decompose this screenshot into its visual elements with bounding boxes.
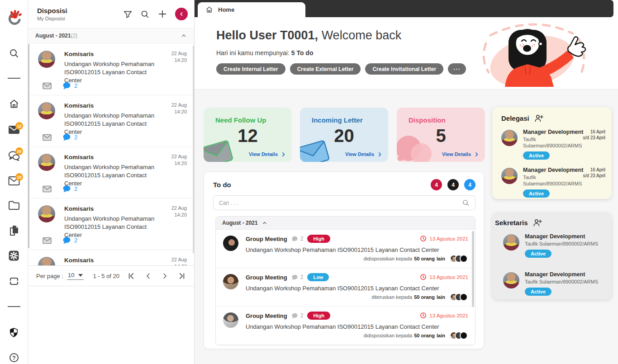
todo-group-label: August - 2021 (222, 220, 258, 226)
collapse-panel-button[interactable] (175, 8, 188, 20)
item-datetime: 22 Aug14:20 (171, 102, 187, 115)
avatar (501, 130, 518, 146)
rail-scan-icon[interactable] (0, 276, 28, 287)
last-page-button[interactable] (178, 272, 186, 280)
rail-search-icon[interactable] (0, 48, 28, 59)
first-page-button[interactable] (127, 272, 135, 280)
disposisi-list-item[interactable]: Komisaris 22 Aug14:20 (28, 250, 194, 265)
search-icon[interactable] (462, 199, 470, 207)
inbox-count-badge: 10 (15, 173, 23, 181)
month-group-header[interactable]: August - 2021(2) (28, 28, 194, 43)
tab-home[interactable]: Home (198, 2, 305, 17)
comment-icon (291, 274, 298, 280)
disposisi-list-item[interactable]: Komisaris Undangan Workshop Pemahaman IS… (28, 147, 194, 199)
comment-count: 2 (300, 236, 304, 242)
rail-copy-icon[interactable] (0, 225, 28, 236)
rail-folder-icon[interactable] (0, 200, 28, 210)
view-details-link[interactable]: View Details (442, 151, 479, 157)
disposisi-list-item[interactable]: Komisaris Undangan Workshop Pemahaman IS… (28, 44, 194, 95)
clock-icon (420, 235, 427, 242)
entry-person: Taufik Sulaeman/8900002/ARMS (523, 174, 591, 187)
todo-badge-blue[interactable]: 4 (464, 179, 475, 190)
letter-subject: Undangan Workshop Pemahaman ISO90012015 … (64, 60, 158, 85)
todo-badge-black[interactable]: 4 (447, 179, 459, 190)
todo-scrollbar[interactable] (472, 231, 474, 307)
more-actions-button[interactable]: ··· (448, 63, 466, 75)
rail-mail-icon[interactable] (0, 125, 28, 135)
pagination-bar: Per page : 10 1 - 5 of 20 (28, 265, 194, 286)
per-page-label: Per page : (36, 273, 63, 279)
rail-inbox-icon[interactable] (0, 176, 28, 186)
stat-title: Need Follow Up (215, 116, 292, 124)
todo-month-group: August - 2021 Group Meeting 2 High 13 Ag… (215, 216, 475, 345)
next-page-button[interactable] (162, 273, 168, 279)
view-details-link[interactable]: View Details (249, 151, 286, 157)
todo-item-subject: Undangan Workshop Pemahaman ISO90012015 … (246, 323, 468, 330)
stat-value: 20 (300, 126, 388, 146)
todo-item[interactable]: Group Meeting 2 Low 13 Agustus 2021 Unda… (216, 268, 475, 307)
todo-search-input[interactable] (219, 200, 462, 206)
rail-chat-icon[interactable] (0, 150, 28, 161)
add-person-icon[interactable] (534, 114, 544, 123)
entry-person: Taufik Sulaeman/8900002/ARMS (525, 241, 605, 247)
clock-icon (420, 274, 427, 280)
comment-icon (62, 133, 71, 141)
home-icon (205, 6, 213, 14)
delegasi-card: Delegasi Manager Development Taufik Sula… (492, 107, 612, 199)
todo-item-subject: Undangan Workshop Pemahaman ISO90012015 … (246, 285, 468, 292)
due-date: 13 Agustus 2021 (420, 312, 468, 319)
list-scrollbar-left[interactable] (28, 44, 29, 248)
filter-icon[interactable] (123, 9, 133, 19)
due-date: 13 Agustus 2021 (420, 274, 468, 280)
entry-date-range: 16 April s/d 23 April (583, 129, 605, 141)
sender-name: Komisaris (64, 102, 94, 109)
rail-help-icon[interactable]: ? (0, 352, 28, 363)
panel-search-icon[interactable] (140, 9, 150, 19)
entry-role: Manager Development (525, 233, 605, 240)
add-person-icon[interactable] (533, 218, 542, 227)
stat-title: Incoming Letter (312, 116, 388, 124)
comment-icon (62, 185, 71, 193)
sender-name: Komisaris (64, 205, 94, 212)
disposisi-list: Komisaris Undangan Workshop Pemahaman IS… (28, 44, 194, 265)
todo-item-title: Group Meeting (246, 236, 287, 242)
rail-settings-icon[interactable] (0, 250, 28, 261)
disposisi-list-item[interactable]: Komisaris Undangan Workshop Pemahaman IS… (28, 199, 194, 250)
recipient-avatar-stack (450, 255, 468, 263)
avatar (38, 205, 55, 222)
clock-icon (420, 312, 427, 319)
list-scrollbar-right[interactable] (193, 45, 194, 253)
todo-item-footer: diteruskan kepada 50 orang lain (246, 293, 468, 301)
rail-security-shield-icon[interactable] (0, 327, 28, 338)
todo-title: To do (213, 181, 231, 189)
stat-value: 5 (397, 126, 485, 146)
envelope-icon (43, 82, 52, 90)
entry-person: Taufik Sulaeman/8900002/ARMS (523, 136, 591, 149)
priority-badge: High (307, 235, 330, 243)
recipient-avatar-stack (450, 331, 468, 340)
add-icon[interactable] (157, 9, 167, 19)
avatar (223, 274, 238, 289)
sender-name: Komisaris (64, 51, 94, 57)
chevron-right-icon (474, 152, 479, 157)
chevron-up-icon[interactable] (181, 33, 187, 39)
status-badge: Active (523, 151, 550, 160)
create-external-letter-button[interactable]: Create External Letter (290, 63, 361, 75)
todo-item[interactable]: Group Meeting 2 High 13 Agustus 2021 Und… (216, 307, 475, 345)
prev-page-button[interactable] (145, 273, 152, 279)
todo-badge-red[interactable]: 4 (431, 179, 442, 190)
per-page-select[interactable]: 10 (67, 272, 84, 280)
panel-subtitle: My Disposisi (37, 16, 67, 21)
create-invitational-letter-button[interactable]: Create Invitational Letter (365, 63, 443, 75)
disposisi-list-item[interactable]: Komisaris Undangan Workshop Pemahaman IS… (28, 95, 194, 147)
todo-item[interactable]: Group Meeting 2 High 13 Agustus 2021 Und… (216, 230, 475, 268)
comment-count: 2 (74, 237, 77, 244)
view-details-link[interactable]: View Details (345, 151, 382, 157)
rail-divider (8, 306, 20, 307)
avatar (38, 102, 55, 119)
rail-home-icon[interactable] (0, 99, 28, 109)
create-internal-letter-button[interactable]: Create Internal Letter (216, 63, 285, 75)
todo-group-header[interactable]: August - 2021 (216, 217, 475, 230)
comment-icon (62, 236, 71, 244)
status-badge: Active (525, 288, 551, 296)
